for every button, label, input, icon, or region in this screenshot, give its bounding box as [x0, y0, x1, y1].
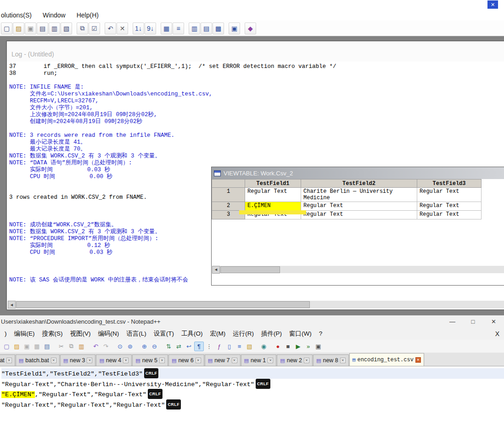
zoom-out-icon[interactable]: ⊖	[150, 342, 159, 351]
vt-row-number[interactable]: 2	[212, 202, 245, 211]
tab-new-3[interactable]: ▤new 3✕	[60, 354, 96, 366]
tab-new-1[interactable]: ▤new 1✕	[241, 354, 277, 366]
zoom-table-icon[interactable]: ▣	[229, 22, 240, 34]
tab-close-icon[interactable]: ✕	[6, 358, 12, 363]
vt-row-number[interactable]: 1	[212, 188, 245, 202]
scrollbar-thumb[interactable]	[16, 301, 310, 308]
tab-at[interactable]: ▤at✕	[0, 354, 15, 366]
table-view-icon[interactable]: ▦	[161, 22, 172, 34]
record-macro-icon[interactable]: ●	[273, 342, 283, 351]
monitor-icon[interactable]: ◉	[259, 342, 269, 351]
sas-close-icon[interactable]: ✕	[487, 0, 498, 9]
tab-close-icon[interactable]: ✕	[159, 358, 165, 363]
tab-close-icon[interactable]: ✕	[123, 358, 129, 363]
sync-vertical-icon[interactable]: ⇅	[164, 342, 174, 351]
npp-menu-item-n[interactable]: 编码(N)	[95, 330, 123, 338]
editor-line[interactable]: "Regular·Text","Charite·Berlin·-·Univers…	[1, 379, 504, 389]
vt-cell[interactable]: Regular Text	[301, 211, 417, 219]
vt-column-header-testfield1[interactable]: TestField1	[245, 180, 301, 188]
edit-table-icon[interactable]: ▤	[201, 22, 212, 34]
new-document-icon[interactable]: ▢	[1, 22, 12, 34]
vt-corner-cell[interactable]	[212, 180, 245, 188]
npp-editor[interactable]: "TestField1","TestField2","TestField3"CR…	[0, 366, 504, 421]
log-window-title[interactable]: Log - (Untitled)	[7, 41, 504, 62]
npp-menu-item-t[interactable]: 设置(T)	[150, 330, 178, 338]
sas-menu-item-window[interactable]: Window	[42, 11, 71, 19]
tab-close-icon[interactable]: ✕	[415, 357, 421, 363]
word-wrap-icon[interactable]: ↩	[184, 342, 194, 351]
new-table-icon[interactable]: ▥	[189, 22, 200, 34]
vt-cell[interactable]: Charite Berlin — University Medicine	[301, 188, 417, 202]
npp-menu-item-p[interactable]: 插件(P)	[258, 330, 286, 338]
tab-close-icon[interactable]: ✕	[87, 358, 92, 363]
stop-macro-icon[interactable]: ■	[283, 342, 293, 351]
vt-cell[interactable]: Regular Text	[417, 202, 482, 211]
play-macro-icon[interactable]: ▶	[293, 342, 303, 351]
npp-menu-item-o[interactable]: 工具(O)	[178, 330, 207, 338]
open-folder-icon[interactable]: ▨	[13, 22, 24, 34]
find-icon[interactable]: ⊙	[115, 342, 125, 351]
vt-column-header-testfield3[interactable]: TestField3	[417, 180, 482, 188]
replace-icon[interactable]: ⊚	[125, 342, 135, 351]
save-macro-icon[interactable]: ▣	[314, 342, 323, 351]
select-icon[interactable]: ☑	[89, 22, 100, 34]
page-preview-icon[interactable]: ▧	[61, 22, 72, 34]
tab-close-icon[interactable]: ✕	[51, 358, 56, 363]
print-preview-icon[interactable]: ▥	[49, 22, 60, 34]
sort-descending-icon[interactable]: 9↓	[145, 22, 156, 34]
copy-icon[interactable]: ⧉	[77, 22, 88, 34]
vt-cell[interactable]: Regular Text	[417, 211, 482, 219]
npp-menu-item-r[interactable]: 运行(R)	[229, 330, 258, 338]
show-all-characters-icon[interactable]: ¶	[194, 342, 204, 351]
editor-line[interactable]: "TestField1","TestField2","TestField3"CR…	[1, 368, 504, 379]
save-all-icon[interactable]: ▦	[32, 342, 42, 351]
tab-new-7[interactable]: ▤new 7✕	[205, 354, 241, 366]
tab-new-6[interactable]: ▤new 6✕	[168, 354, 204, 366]
viewtable-titlebar[interactable]: VIEWTABLE: Work.Csv_2	[212, 167, 504, 179]
graph-icon[interactable]: ▩	[213, 22, 224, 34]
npp-menu-close-button[interactable]: X	[495, 330, 504, 337]
sort-ascending-icon[interactable]: 1↓	[133, 22, 144, 34]
copy-icon[interactable]: ⧉	[67, 342, 76, 351]
run-macro-multiple-icon[interactable]: »	[303, 342, 313, 351]
log-horizontal-scrollbar[interactable]: ◄	[8, 301, 504, 309]
tab-new-4[interactable]: ▤new 4✕	[96, 354, 132, 366]
document-list-icon[interactable]: ≡	[235, 342, 244, 351]
tab-encoding-test-csv[interactable]: ▤encoding_test.csv✕	[349, 353, 424, 366]
tab-close-icon[interactable]: ✕	[340, 358, 346, 363]
viewtable-horizontal-scrollbar[interactable]: ◄	[212, 266, 504, 273]
scroll-left-icon[interactable]: ◄	[212, 266, 220, 274]
npp-menu-item-s[interactable]: 搜索(S)	[39, 330, 67, 338]
editor-line[interactable]: "Regular·Text","Regular·Text","Regular·T…	[1, 399, 504, 410]
zoom-in-icon[interactable]: ⊕	[140, 342, 149, 351]
undo-icon[interactable]: ↶	[91, 342, 101, 351]
new-file-icon[interactable]: ▢	[2, 342, 11, 351]
clear-icon[interactable]: ✕	[117, 22, 128, 34]
document-map-icon[interactable]: ▯	[224, 342, 234, 351]
redo-icon[interactable]: ↷	[101, 342, 111, 351]
tab-new-2[interactable]: ▤new 2✕	[277, 354, 313, 366]
sas-titlebar[interactable]: ✕	[0, 0, 504, 9]
npp-menu-item-fragment[interactable]: )	[1, 330, 11, 337]
sas-menu-item-help-h[interactable]: Help(H)	[76, 11, 104, 19]
npp-menu-item-w[interactable]: 窗口(W)	[286, 330, 315, 338]
indent-guide-icon[interactable]: ⋮	[204, 342, 214, 351]
paste-icon[interactable]: ▥	[77, 342, 86, 351]
tab-new-8[interactable]: ▤new 8✕	[313, 354, 349, 366]
editor-line[interactable]: "E.ÇİMEN","Regular·Text","Regular·Text"C…	[1, 389, 504, 399]
save-icon[interactable]: ▣	[22, 342, 32, 351]
vt-cell[interactable]: E.ÇİMEN	[245, 202, 301, 211]
undo-icon[interactable]: ↶	[105, 22, 116, 34]
npp-menu-item-l[interactable]: 语言(L)	[123, 330, 150, 338]
list-view-icon[interactable]: ≡	[173, 22, 184, 34]
vt-column-header-testfield2[interactable]: TestField2	[301, 180, 417, 188]
print-icon[interactable]: ▤	[42, 342, 52, 351]
tab-new-5[interactable]: ▤new 5✕	[132, 354, 168, 366]
print-icon[interactable]: ▤	[37, 22, 48, 34]
minimize-button[interactable]: —	[442, 315, 463, 327]
tab-close-icon[interactable]: ✕	[232, 358, 237, 363]
tab-close-icon[interactable]: ✕	[304, 358, 309, 363]
sas-menu-item-olutions-s[interactable]: olutions(S)	[0, 11, 37, 19]
close-button[interactable]: ✕	[483, 315, 504, 327]
notepad-titlebar[interactable]: Users\xiakeshan\Downloads\encoding_test.…	[0, 315, 504, 327]
